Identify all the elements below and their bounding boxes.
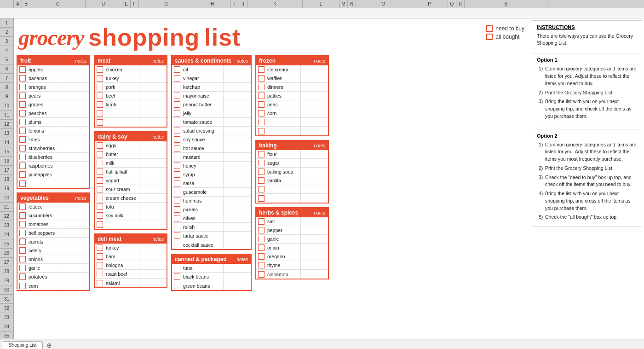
fruit-check-plums[interactable]	[19, 119, 26, 125]
veg-check-carrots[interactable]	[19, 238, 26, 245]
veg-notes-celery[interactable]	[62, 246, 89, 255]
dairy-check-milk[interactable]	[97, 160, 103, 166]
fruit-notes-grapes[interactable]	[62, 100, 89, 109]
sauce-check-guacamole[interactable]	[174, 189, 180, 195]
sauce-notes-soysauce[interactable]	[223, 135, 251, 144]
sauce-notes-tartarsauce[interactable]	[223, 232, 251, 240]
meat-check-chicken[interactable]	[97, 66, 103, 73]
baking-notes-vanilla[interactable]	[300, 176, 328, 185]
frozen-notes-patties[interactable]	[300, 92, 328, 100]
sauce-check-relish[interactable]	[174, 224, 180, 230]
frozen-check-waffles[interactable]	[258, 75, 264, 81]
sauce-notes-syrup[interactable]	[223, 170, 251, 179]
herbs-check-thyme[interactable]	[258, 262, 264, 268]
col-b[interactable]: B	[22, 0, 30, 8]
sauce-check-syrup[interactable]	[174, 171, 180, 178]
herbs-notes-pepper[interactable]	[300, 226, 328, 234]
dairy-check-empty1[interactable]	[97, 221, 103, 228]
herbs-check-salt[interactable]	[258, 218, 264, 225]
veg-check-lettuce[interactable]	[19, 204, 26, 210]
meat-notes-empty1[interactable]	[139, 109, 167, 117]
fruit-check-bananas[interactable]	[19, 75, 26, 81]
dairy-notes-creamcheese[interactable]	[139, 194, 167, 202]
veg-notes-carrots[interactable]	[62, 238, 89, 246]
deli-notes-turkey[interactable]	[139, 244, 167, 252]
col-m[interactable]: M	[339, 0, 348, 8]
veg-notes-lettuce[interactable]	[62, 203, 89, 211]
frozen-check-empty1[interactable]	[258, 119, 264, 125]
sauce-check-tomatosauce[interactable]	[174, 119, 180, 125]
deli-notes-roastbeef[interactable]	[139, 270, 167, 278]
fruit-notes-strawberries[interactable]	[62, 144, 89, 152]
col-k[interactable]: K	[247, 0, 303, 8]
meat-notes-turkey[interactable]	[139, 74, 167, 82]
herbs-check-cinnamon[interactable]	[258, 271, 264, 278]
herbs-check-oregano[interactable]	[258, 253, 264, 260]
fruit-check-strawberries[interactable]	[19, 145, 26, 151]
herbs-notes-onion[interactable]	[300, 244, 328, 252]
baking-notes-empty1[interactable]	[300, 185, 328, 193]
col-g[interactable]: G	[139, 0, 194, 8]
dairy-check-tofu[interactable]	[97, 204, 103, 210]
col-j[interactable]: J	[239, 0, 247, 8]
sauce-notes-oil[interactable]	[223, 65, 251, 74]
meat-check-empty1[interactable]	[97, 110, 103, 116]
sauce-check-tartarsauce[interactable]	[174, 233, 180, 239]
shopping-list-tab[interactable]: Shopping List	[3, 341, 43, 349]
meat-notes-empty2[interactable]	[139, 118, 167, 127]
canned-notes-blackbeans[interactable]	[223, 273, 251, 281]
frozen-notes-empty2[interactable]	[300, 127, 328, 135]
dairy-notes-milk[interactable]	[139, 159, 167, 167]
fruit-notes-limes[interactable]	[62, 135, 89, 144]
sauce-check-ketchup[interactable]	[174, 84, 180, 90]
frozen-check-empty2[interactable]	[258, 128, 264, 134]
all-bought-checkbox[interactable]	[486, 34, 493, 40]
col-p[interactable]: P	[411, 0, 448, 8]
baking-check-empty2[interactable]	[258, 195, 264, 202]
sauce-check-cocktailsauce[interactable]	[174, 242, 180, 248]
dairy-check-sourcream[interactable]	[97, 186, 103, 192]
sauce-notes-saladdressing[interactable]	[223, 127, 251, 135]
dairy-notes-halfhalf[interactable]	[139, 168, 167, 176]
sauce-notes-mustard[interactable]	[223, 153, 251, 161]
meat-check-pork[interactable]	[97, 84, 103, 90]
sauce-check-mayo[interactable]	[174, 93, 180, 99]
fruit-check-grapes[interactable]	[19, 101, 26, 108]
fruit-notes-lemons[interactable]	[62, 127, 89, 135]
sauce-check-olives[interactable]	[174, 215, 180, 221]
dairy-check-creamcheese[interactable]	[97, 195, 103, 201]
herbs-notes-thyme[interactable]	[300, 261, 328, 269]
sauce-notes-mayo[interactable]	[223, 92, 251, 100]
sauce-notes-jelly[interactable]	[223, 109, 251, 117]
dairy-check-eggs[interactable]	[97, 142, 103, 149]
frozen-notes-waffles[interactable]	[300, 74, 328, 82]
deli-check-salami[interactable]	[97, 280, 103, 286]
dairy-notes-eggs[interactable]	[139, 141, 167, 150]
fruit-check-empty1[interactable]	[19, 180, 26, 187]
fruit-check-oranges[interactable]	[19, 84, 26, 90]
fruit-check-blueberries[interactable]	[19, 154, 26, 160]
baking-check-bakingsoda[interactable]	[258, 169, 264, 175]
herbs-notes-salt[interactable]	[300, 217, 328, 226]
deli-check-turkey[interactable]	[97, 244, 103, 251]
col-a[interactable]: A	[14, 0, 22, 8]
sauce-check-hotsauce[interactable]	[174, 145, 180, 151]
fruit-check-raspberries[interactable]	[19, 163, 26, 169]
herbs-check-pepper[interactable]	[258, 227, 264, 233]
canned-check-blackbeans[interactable]	[174, 273, 180, 280]
meat-notes-lamb[interactable]	[139, 100, 167, 109]
col-n[interactable]: N	[348, 0, 356, 8]
fruit-check-limes[interactable]	[19, 136, 26, 143]
sauce-check-oil[interactable]	[174, 66, 180, 73]
sauce-notes-vinegar[interactable]	[223, 74, 251, 82]
fruit-notes-apples[interactable]	[62, 65, 89, 74]
fruit-notes-empty1[interactable]	[62, 179, 89, 188]
dairy-notes-sourcream[interactable]	[139, 185, 167, 193]
sauce-notes-olives[interactable]	[223, 214, 251, 222]
deli-notes-salami[interactable]	[139, 279, 167, 287]
baking-notes-empty2[interactable]	[300, 194, 328, 203]
sauce-check-salsa[interactable]	[174, 180, 180, 186]
sauce-notes-ketchup[interactable]	[223, 83, 251, 91]
herbs-notes-cinnamon[interactable]	[300, 270, 328, 279]
col-q[interactable]: Q	[448, 0, 456, 8]
